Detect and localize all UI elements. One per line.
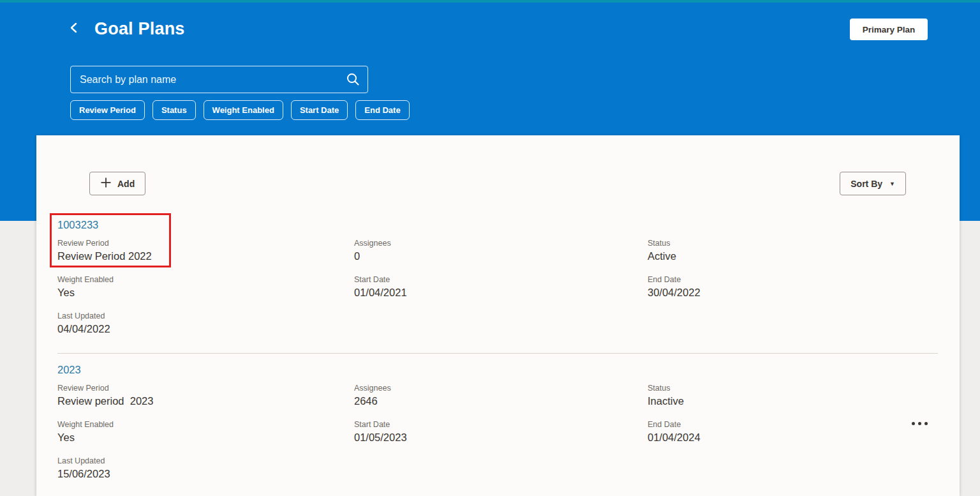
field-last-updated: Last Updated 04/04/2022 xyxy=(57,312,354,335)
field-label: Assignees xyxy=(354,239,648,248)
add-button[interactable]: Add xyxy=(89,172,145,195)
title-row: Goal Plans xyxy=(66,19,185,39)
filter-chip-end-date[interactable]: End Date xyxy=(355,100,409,120)
primary-plan-button[interactable]: Primary Plan xyxy=(850,19,928,40)
chevron-down-icon: ▼ xyxy=(889,181,895,187)
field-value: 30/04/2022 xyxy=(648,287,938,299)
card-toolbar: Add Sort By ▼ xyxy=(36,135,960,195)
field-value: 04/04/2022 xyxy=(57,323,354,335)
filter-chip-review-period[interactable]: Review Period xyxy=(70,100,145,120)
field-label: Start Date xyxy=(354,420,648,429)
field-end-date: End Date 01/04/2024 xyxy=(648,420,938,444)
row-actions-menu-button[interactable] xyxy=(909,419,930,428)
plan-row-2023: 2023 Review Period Review period 2023 As… xyxy=(36,354,960,480)
filter-chip-status[interactable]: Status xyxy=(152,100,196,120)
field-end-date: End Date 30/04/2022 xyxy=(648,275,938,299)
field-value: 2646 xyxy=(354,395,648,407)
field-value: Yes xyxy=(57,287,354,299)
field-label: Weight Enabled xyxy=(57,420,354,429)
field-label: Last Updated xyxy=(57,312,354,320)
field-review-period: Review Period Review Period 2022 xyxy=(57,239,354,262)
field-value: Review Period 2022 xyxy=(57,250,354,262)
field-start-date: Start Date 01/05/2023 xyxy=(354,420,648,444)
field-label: End Date xyxy=(648,420,938,429)
field-weight-enabled: Weight Enabled Yes xyxy=(57,420,354,444)
field-status: Status Inactive xyxy=(648,384,938,407)
field-weight-enabled: Weight Enabled Yes xyxy=(57,275,354,299)
plan-fields: Review Period Review Period 2022 Assigne… xyxy=(57,239,938,335)
plan-name-link[interactable]: 1003233 xyxy=(57,219,98,231)
add-button-label: Add xyxy=(117,179,135,189)
field-label: Review Period xyxy=(57,384,354,393)
field-label: Status xyxy=(648,384,938,393)
field-value: 01/04/2021 xyxy=(354,287,648,299)
field-value: 01/05/2023 xyxy=(354,432,648,444)
page-title: Goal Plans xyxy=(94,19,185,39)
sort-by-label: Sort By xyxy=(850,179,882,189)
ellipsis-icon xyxy=(912,422,928,425)
plan-row-1003233: 1003233 Review Period Review Period 2022… xyxy=(36,219,960,335)
field-last-updated: Last Updated 15/06/2023 xyxy=(57,456,354,480)
filter-chip-start-date[interactable]: Start Date xyxy=(291,100,348,120)
field-label: Start Date xyxy=(354,275,648,284)
field-start-date: Start Date 01/04/2021 xyxy=(354,275,648,299)
field-label: Last Updated xyxy=(57,456,354,465)
field-value: Review period 2023 xyxy=(57,395,354,407)
field-value: 15/06/2023 xyxy=(57,468,354,480)
top-accent-strip xyxy=(0,0,980,3)
field-label: Status xyxy=(648,239,938,248)
field-label: End Date xyxy=(648,275,938,284)
sort-by-button[interactable]: Sort By ▼ xyxy=(840,172,906,195)
search-bar xyxy=(70,66,368,93)
field-value: Inactive xyxy=(648,395,938,407)
filter-chips: Review Period Status Weight Enabled Star… xyxy=(70,100,410,120)
plan-list: 1003233 Review Period Review Period 2022… xyxy=(36,195,960,496)
field-value: Yes xyxy=(57,432,354,444)
search-input[interactable] xyxy=(70,66,368,93)
field-value: 01/04/2024 xyxy=(648,432,938,444)
plan-name-link[interactable]: 2023 xyxy=(57,364,81,376)
field-value: Active xyxy=(648,250,938,262)
back-button[interactable] xyxy=(66,22,80,36)
field-label: Assignees xyxy=(354,384,648,393)
field-label: Weight Enabled xyxy=(57,275,354,284)
goal-plans-card: Add Sort By ▼ 1003233 Review Period Revi… xyxy=(36,135,960,496)
field-value: 0 xyxy=(354,250,648,262)
field-label: Review Period xyxy=(57,239,354,248)
plan-fields: Review Period Review period 2023 Assigne… xyxy=(57,384,938,480)
field-assignees: Assignees 2646 xyxy=(354,384,648,407)
filter-chip-weight-enabled[interactable]: Weight Enabled xyxy=(204,100,283,120)
field-review-period: Review Period Review period 2023 xyxy=(57,384,354,407)
search-icon[interactable] xyxy=(346,72,360,89)
field-status: Status Active xyxy=(648,239,938,262)
chevron-left-icon xyxy=(69,22,78,36)
field-assignees: Assignees 0 xyxy=(354,239,648,262)
plus-icon xyxy=(100,177,112,190)
